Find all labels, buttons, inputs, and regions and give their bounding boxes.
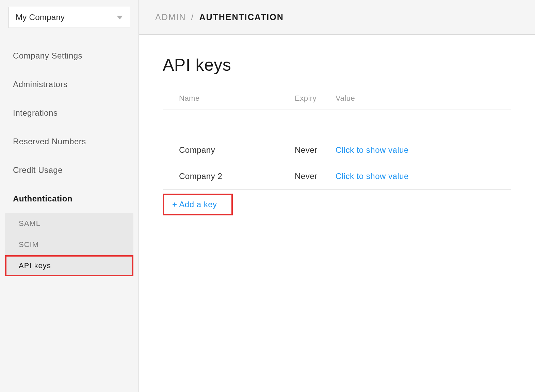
sidebar-item-administrators[interactable]: Administrators — [0, 70, 139, 99]
breadcrumb-current: AUTHENTICATION — [199, 12, 283, 22]
table-empty-row — [163, 110, 511, 137]
sidebar-subitem-scim[interactable]: SCIM — [5, 234, 133, 255]
table-cell-name: Company 2 — [179, 172, 295, 181]
sidebar: My Company Company Settings Administrato… — [0, 0, 139, 392]
table-cell-name: Company — [179, 145, 295, 155]
breadcrumb-parent[interactable]: ADMIN — [155, 12, 186, 22]
sidebar-nav: Company Settings Administrators Integrat… — [0, 42, 139, 276]
table-header-name: Name — [179, 94, 295, 103]
sidebar-item-integrations[interactable]: Integrations — [0, 99, 139, 127]
add-key-button[interactable]: + Add a key — [172, 200, 217, 209]
sidebar-subnav: SAML SCIM API keys — [5, 213, 133, 276]
sidebar-subitem-saml[interactable]: SAML — [5, 213, 133, 234]
table-row: Company 2 Never Click to show value — [163, 163, 511, 190]
table-row: Company Never Click to show value — [163, 137, 511, 163]
table-cell-expiry: Never — [295, 145, 336, 155]
show-value-link[interactable]: Click to show value — [336, 172, 409, 181]
company-selector[interactable]: My Company — [9, 7, 130, 28]
api-keys-table: Name Expiry Value Company Never Click to… — [163, 88, 511, 190]
main-content: ADMIN / AUTHENTICATION API keys Name Exp… — [139, 0, 535, 392]
sidebar-item-authentication[interactable]: Authentication — [0, 184, 139, 213]
chevron-down-icon — [117, 16, 123, 19]
sidebar-item-credit-usage[interactable]: Credit Usage — [0, 156, 139, 184]
table-header-value: Value — [336, 94, 511, 103]
table-header-expiry: Expiry — [295, 94, 336, 103]
table-cell-expiry: Never — [295, 172, 336, 181]
page-title: API keys — [163, 55, 511, 75]
sidebar-item-reserved-numbers[interactable]: Reserved Numbers — [0, 127, 139, 156]
company-selector-label: My Company — [16, 13, 65, 22]
sidebar-subitem-api-keys[interactable]: API keys — [5, 255, 133, 276]
table-header-row: Name Expiry Value — [163, 88, 511, 110]
show-value-link[interactable]: Click to show value — [336, 145, 409, 154]
breadcrumb-separator: / — [191, 12, 194, 22]
sidebar-item-company-settings[interactable]: Company Settings — [0, 42, 139, 70]
add-key-highlight: + Add a key — [163, 194, 233, 215]
page-content: API keys Name Expiry Value Company Never… — [139, 35, 535, 392]
breadcrumb: ADMIN / AUTHENTICATION — [139, 0, 535, 35]
